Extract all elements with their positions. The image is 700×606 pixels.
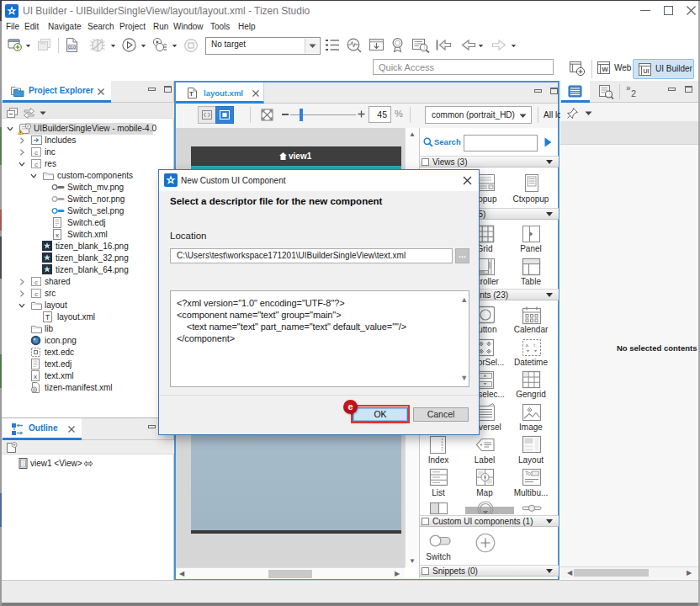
svg-text:To:: To: [525, 470, 533, 476]
svg-text:UI: UI [644, 68, 650, 74]
svg-text:t:: t: [533, 343, 537, 348]
svg-text:x: x [34, 373, 37, 380]
svg-text:T: T [189, 90, 194, 98]
svg-text:010: 010 [68, 45, 76, 50]
svg-text:T: T [45, 313, 50, 322]
svg-text:c: c [34, 149, 38, 157]
svg-text:c: c [34, 161, 38, 168]
svg-text:c: c [34, 290, 38, 298]
svg-text:a.: a. [525, 343, 529, 348]
svg-text:W: W [602, 66, 608, 73]
svg-text:c: c [34, 279, 38, 286]
svg-text:x: x [56, 231, 59, 239]
